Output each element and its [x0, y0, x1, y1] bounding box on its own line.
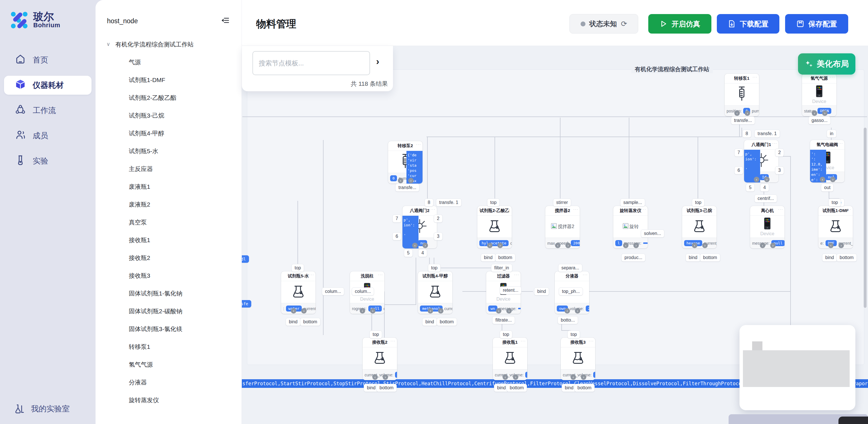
tree-item[interactable]: 试剂瓶1-DMF	[95, 71, 242, 89]
port-handle-icon[interactable]: ›	[506, 308, 512, 313]
port-handle-icon[interactable]: ›	[438, 308, 443, 313]
port-label-chip[interactable]: bottom	[506, 384, 527, 392]
flow-node-搅拌器2[interactable]: 搅拌器2···搅拌器2max_speed:2000‹›	[545, 206, 580, 248]
port-label-chip[interactable]: transfe...	[731, 117, 755, 124]
port-handle-icon[interactable]: ‹	[828, 243, 834, 248]
sidebar-item-首页[interactable]: 首页	[4, 51, 92, 69]
tree-item[interactable]: 固体试剂瓶3-氯化镁	[95, 320, 242, 338]
tree-item[interactable]: 废液瓶2	[95, 195, 242, 213]
port-label-chip[interactable]: colum...	[352, 287, 374, 296]
port-label-chip[interactable]: produc...	[621, 253, 645, 262]
port-label-chip[interactable]: transfe. 1	[754, 130, 780, 138]
tree-item[interactable]: 气源	[95, 53, 242, 71]
port-label-chip[interactable]: in	[827, 130, 836, 138]
flow-node-接收瓶1[interactable]: 接收瓶1···current_volume:0‹›	[493, 338, 527, 380]
port-label-chip[interactable]: bottom	[836, 253, 857, 262]
search-input[interactable]	[252, 51, 370, 75]
node-menu-icon[interactable]: ···	[778, 207, 783, 211]
chevron-right-icon[interactable]: ›	[376, 56, 379, 66]
node-menu-icon[interactable]: ···	[710, 207, 715, 211]
download-config-button[interactable]: 下载配置	[717, 14, 779, 34]
port-handle-icon[interactable]: ‹	[812, 111, 817, 116]
port-handle-icon[interactable]: ›	[764, 177, 770, 182]
node-menu-icon[interactable]: ···	[378, 272, 383, 277]
port-handle-icon[interactable]: ‹	[555, 243, 560, 248]
tree-item[interactable]: 试剂瓶4-甲醇	[95, 124, 242, 142]
save-config-button[interactable]: 保存配置	[785, 14, 848, 34]
port-handle-icon[interactable]: ‹	[564, 308, 570, 313]
flow-node-试剂瓶1-DMF[interactable]: 试剂瓶1-DMF···e:DMFcurrent_vol‹›	[818, 206, 853, 248]
port-handle-icon[interactable]: ‹	[502, 374, 508, 380]
port-handle-icon[interactable]: ›	[770, 243, 776, 248]
port-label-chip[interactable]: bottom	[376, 384, 397, 392]
tree-item[interactable]: 分液器	[95, 373, 242, 391]
port-label-chip[interactable]: 6	[393, 232, 401, 240]
flow-node-八通阀门1[interactable]: 八通阀门1···status:Idp', ion': '‹›	[744, 140, 778, 182]
node-menu-icon[interactable]: ···	[838, 141, 843, 146]
port-handle-icon[interactable]: ‹	[760, 243, 765, 248]
vertical-scrollbar[interactable]	[864, 128, 867, 308]
tree-item[interactable]: 接收瓶2	[95, 249, 242, 267]
node-menu-icon[interactable]: ···	[846, 207, 851, 211]
node-menu-icon[interactable]: ···	[430, 207, 435, 211]
tree-item[interactable]: 试剂瓶5-水	[95, 142, 242, 160]
port-handle-icon[interactable]: ‹	[570, 374, 576, 380]
port-handle-icon[interactable]: ‹	[496, 308, 501, 313]
flow-node-接收瓶3[interactable]: 接收瓶3···current_volume:0‹›	[561, 338, 595, 380]
port-label-chip[interactable]: centrif...	[754, 194, 777, 203]
node-menu-icon[interactable]: ···	[772, 141, 777, 146]
tree-item[interactable]: 固体试剂瓶2-碳酸钠	[95, 302, 242, 320]
port-label-chip[interactable]: sfe	[242, 300, 251, 307]
port-label-chip[interactable]: gasso...	[808, 117, 831, 124]
flow-node-转移泵2[interactable]: 转移泵2···0pump_info:{'de 'vir 'sta 'pos 'c…	[388, 141, 423, 184]
beautify-layout-button[interactable]: 美化布局	[798, 53, 856, 74]
port-handle-icon[interactable]: ‹	[360, 308, 365, 313]
node-param-value[interactable]: 0	[390, 175, 397, 181]
port-handle-icon[interactable]: ›	[702, 243, 708, 248]
node-menu-icon[interactable]: ···	[641, 207, 646, 211]
node-param-value[interactable]: hyl_acetate	[479, 240, 508, 246]
node-menu-icon[interactable]: ···	[573, 207, 578, 211]
port-handle-icon[interactable]: ›	[745, 111, 750, 116]
status-badge[interactable]: 状态未知 ⟳	[569, 14, 638, 34]
sidebar-item-my-lab[interactable]: 我的实验室	[14, 403, 70, 414]
port-label-chip[interactable]: 3	[775, 166, 784, 174]
port-label-chip[interactable]: 7	[393, 215, 401, 222]
node-param-value[interactable]: 2000	[571, 240, 580, 246]
node-param-value[interactable]: l	[615, 240, 622, 246]
port-handle-icon[interactable]: ‹	[692, 243, 697, 248]
flow-node-旋转蒸发仪[interactable]: 旋转蒸发仪···旋转lmessage:max_‹›	[613, 206, 648, 248]
port-handle-icon[interactable]: ›	[513, 374, 518, 380]
port-label-chip[interactable]: 2	[775, 149, 784, 157]
port-label-chip[interactable]: 4	[760, 184, 769, 192]
node-menu-icon[interactable]: ···	[521, 338, 526, 343]
port-label-chip[interactable]: bottom	[437, 318, 457, 326]
port-handle-icon[interactable]: ‹	[820, 177, 825, 182]
node-param-value[interactable]: 250	[586, 305, 589, 311]
sidebar-item-实验[interactable]: 实验	[4, 151, 92, 171]
port-label-chip[interactable]: 6	[734, 166, 743, 174]
flow-canvas[interactable]: 有机化学流程综合测试工作站	[242, 46, 868, 424]
port-label-chip[interactable]: stirrer	[553, 199, 571, 207]
sidebar-item-成员[interactable]: 成员	[4, 126, 92, 145]
port-label-chip[interactable]: 5	[746, 184, 755, 192]
port-label-chip[interactable]: 7	[734, 149, 743, 157]
port-handle-icon[interactable]: ›	[383, 374, 388, 380]
port-handle-icon[interactable]: ‹	[623, 243, 628, 248]
port-label-chip[interactable]: bind	[534, 287, 549, 296]
node-menu-icon[interactable]: ···	[514, 272, 519, 277]
port-label-chip[interactable]: bind	[686, 253, 701, 262]
port-handle-icon[interactable]: ‹	[428, 308, 433, 313]
port-label-chip[interactable]: out	[821, 184, 834, 192]
sidebar-item-工作流[interactable]: 工作流	[4, 101, 92, 120]
port-handle-icon[interactable]: ‹	[291, 308, 296, 313]
port-label-chip[interactable]: bottom	[574, 384, 595, 392]
tree-item[interactable]: 接收瓶1	[95, 231, 242, 249]
start-simulation-button[interactable]: 开启仿真	[648, 14, 711, 34]
port-label-chip[interactable]: bind	[286, 318, 301, 326]
port-handle-icon[interactable]: ›	[565, 243, 571, 248]
node-menu-icon[interactable]: ···	[505, 207, 510, 211]
port-label-chip[interactable]: top	[567, 331, 580, 338]
tree-item[interactable]: 旋转蒸发仪	[95, 391, 242, 409]
port-handle-icon[interactable]: ›	[497, 243, 503, 248]
